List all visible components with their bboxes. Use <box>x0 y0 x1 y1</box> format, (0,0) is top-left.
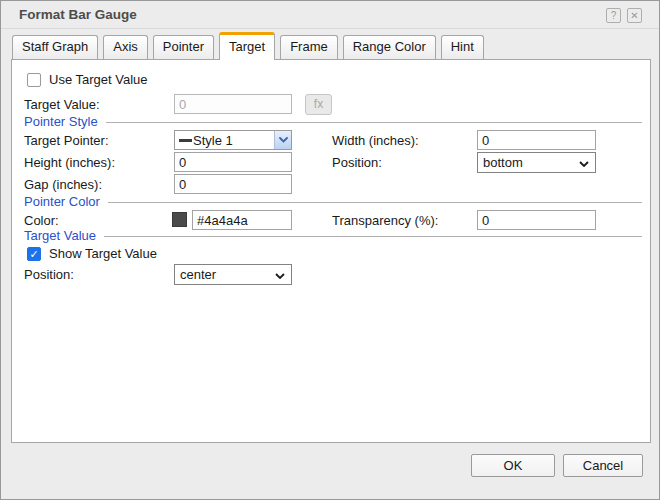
chevron-down-icon <box>274 131 291 149</box>
tab-range-color[interactable]: Range Color <box>343 35 436 59</box>
show-target-value-checkbox[interactable]: ✓ <box>27 247 41 261</box>
chevron-down-icon <box>275 267 285 282</box>
height-input[interactable] <box>174 152 292 172</box>
gap-label: Gap (inches): <box>24 177 102 193</box>
ok-button[interactable]: OK <box>471 454 555 477</box>
fx-button: fx <box>305 94 332 115</box>
color-swatch[interactable] <box>172 212 187 227</box>
color-label: Color: <box>24 213 59 229</box>
color-input[interactable] <box>192 210 292 230</box>
use-target-value-checkbox[interactable] <box>27 73 41 87</box>
width-label: Width (inches): <box>332 133 419 149</box>
tab-bar: Staff Graph Axis Pointer Target Frame Ra… <box>12 32 489 59</box>
target-value-position-value: center <box>180 267 216 282</box>
cancel-button[interactable]: Cancel <box>563 454 643 477</box>
position-value: bottom <box>483 155 523 170</box>
target-value-position-label: Position: <box>24 267 74 283</box>
target-value-section-header: Target Value <box>24 228 642 243</box>
use-target-value-row: Use Target Value <box>27 72 148 88</box>
target-tab-panel: Use Target Value Target Value: fx Pointe… <box>11 59 651 443</box>
pointer-style-section-header: Pointer Style <box>24 114 642 129</box>
use-target-value-label: Use Target Value <box>49 72 148 88</box>
show-target-value-row: ✓ Show Target Value <box>27 246 157 262</box>
tab-target[interactable]: Target <box>219 32 275 60</box>
dialog-titlebar: Format Bar Gauge ? ✕ <box>1 1 659 29</box>
target-pointer-select[interactable]: Style 1 <box>174 130 292 150</box>
target-value-input <box>174 94 292 114</box>
position-select[interactable]: bottom <box>477 152 596 173</box>
target-pointer-label: Target Pointer: <box>24 133 109 149</box>
width-input[interactable] <box>477 130 596 150</box>
tab-frame[interactable]: Frame <box>280 35 338 59</box>
gap-input[interactable] <box>174 174 292 194</box>
position-label: Position: <box>332 155 382 171</box>
tab-pointer[interactable]: Pointer <box>153 35 214 59</box>
transparency-input[interactable] <box>477 210 596 230</box>
dialog-title: Format Bar Gauge <box>19 7 137 22</box>
tab-hint[interactable]: Hint <box>441 35 484 59</box>
line-style-icon <box>179 139 192 142</box>
help-icon[interactable]: ? <box>606 8 621 23</box>
tab-axis[interactable]: Axis <box>103 35 148 59</box>
chevron-down-icon <box>579 155 589 170</box>
close-icon[interactable]: ✕ <box>627 8 642 23</box>
target-pointer-value: Style 1 <box>193 133 233 148</box>
pointer-color-section-header: Pointer Color <box>24 194 642 209</box>
tab-staff-graph[interactable]: Staff Graph <box>12 35 98 59</box>
height-label: Height (inches): <box>24 155 115 171</box>
format-bar-gauge-dialog: Format Bar Gauge ? ✕ Staff Graph Axis Po… <box>0 0 660 500</box>
target-value-position-select[interactable]: center <box>174 264 292 285</box>
check-icon: ✓ <box>29 248 38 260</box>
target-value-label: Target Value: <box>24 97 100 113</box>
transparency-label: Transparency (%): <box>332 213 438 229</box>
show-target-value-label: Show Target Value <box>49 246 157 262</box>
